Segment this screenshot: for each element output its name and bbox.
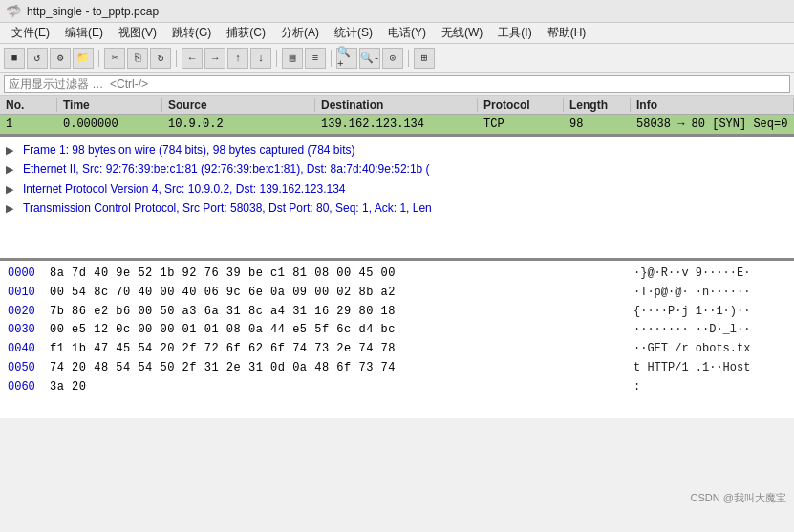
toolbar-back-btn[interactable]: ← xyxy=(182,48,203,69)
toolbar: ■ ↺ ⚙ 📁 ✂ ⎘ ↻ ← → ↑ ↓ ▤ ≡ 🔍+ 🔍- ⊙ ⊞ xyxy=(0,44,794,73)
toolbar-cut-btn[interactable]: ✂ xyxy=(104,48,125,69)
toolbar-grid-btn[interactable]: ⊞ xyxy=(414,48,435,69)
packet-list-header: No. Time Source Destination Protocol Len… xyxy=(0,96,794,115)
col-info: Info xyxy=(631,98,794,112)
detail-panel: ▶ Frame 1: 98 bytes on wire (784 bits), … xyxy=(0,137,794,261)
menu-jump[interactable]: 跳转(G) xyxy=(164,23,219,43)
detail-row-2[interactable]: ▶ Internet Protocol Version 4, Src: 10.9… xyxy=(6,180,788,199)
col-protocol: Protocol xyxy=(478,98,564,112)
hex-bytes-0: 8a 7d 40 9e 52 1b 92 76 39 be c1 81 08 0… xyxy=(50,265,633,284)
hex-row-0: 0000 8a 7d 40 9e 52 1b 92 76 39 be c1 81… xyxy=(8,265,786,284)
row-source: 10.9.0.2 xyxy=(162,117,315,131)
hex-ascii-1: ·T·p@·@· ·n······ xyxy=(633,284,786,303)
toolbar-col2-btn[interactable]: ≡ xyxy=(305,48,326,69)
menu-file[interactable]: 文件(E) xyxy=(4,23,57,43)
app-icon: 🦈 xyxy=(6,4,21,18)
row-no: 1 xyxy=(0,117,57,131)
toolbar-sep-2 xyxy=(176,50,177,67)
hex-ascii-3: ········ ··D·_l·· xyxy=(633,321,786,340)
menu-analyze[interactable]: 分析(A) xyxy=(273,23,327,43)
hex-row-1: 0010 00 54 8c 70 40 00 40 06 9c 6e 0a 09… xyxy=(8,284,786,303)
toolbar-open-btn[interactable]: ↺ xyxy=(27,48,48,69)
col-length: Length xyxy=(564,98,631,112)
toolbar-copy-btn[interactable]: ⎘ xyxy=(127,48,148,69)
detail-arrow-0: ▶ xyxy=(6,141,19,160)
hex-bytes-4: f1 1b 47 45 54 20 2f 72 6f 62 6f 74 73 2… xyxy=(50,340,633,359)
hex-bytes-2: 7b 86 e2 b6 00 50 a3 6a 31 8c a4 31 16 2… xyxy=(50,303,633,322)
menu-bar: 文件(E) 编辑(E) 视图(V) 跳转(G) 捕获(C) 分析(A) 统计(S… xyxy=(0,23,794,44)
detail-arrow-1: ▶ xyxy=(6,160,19,179)
row-destination: 139.162.123.134 xyxy=(315,117,478,131)
hex-bytes-3: 00 e5 12 0c 00 00 01 01 08 0a 44 e5 5f 6… xyxy=(50,321,633,340)
menu-telephone[interactable]: 电话(Y) xyxy=(380,23,434,43)
toolbar-zoomout-btn[interactable]: 🔍- xyxy=(359,48,380,69)
hex-ascii-6: : xyxy=(633,378,786,397)
hex-row-6: 0060 3a 20 : xyxy=(8,378,786,397)
detail-row-1[interactable]: ▶ Ethernet II, Src: 92:76:39:be:c1:81 (9… xyxy=(6,160,788,179)
hex-ascii-4: ··GET /r obots.tx xyxy=(633,340,786,359)
hex-row-3: 0030 00 e5 12 0c 00 00 01 01 08 0a 44 e5… xyxy=(8,321,786,340)
toolbar-folder-btn[interactable]: 📁 xyxy=(73,48,94,69)
packet-row-1[interactable]: 1 0.000000 10.9.0.2 139.162.123.134 TCP … xyxy=(0,115,794,134)
toolbar-zoomin-btn[interactable]: 🔍+ xyxy=(336,48,357,69)
col-time: Time xyxy=(57,98,162,112)
row-protocol: TCP xyxy=(478,117,564,131)
menu-view[interactable]: 视图(V) xyxy=(111,23,164,43)
toolbar-new-btn[interactable]: ■ xyxy=(4,48,25,69)
toolbar-sep-3 xyxy=(276,50,277,67)
toolbar-sep-5 xyxy=(408,50,409,67)
watermark: CSDN @我叫大魔宝 xyxy=(691,491,786,505)
toolbar-fwd-btn[interactable]: → xyxy=(204,48,225,69)
hex-offset-6: 0060 xyxy=(8,378,50,397)
hex-offset-1: 0010 xyxy=(8,284,50,303)
toolbar-sep-1 xyxy=(98,50,99,67)
menu-wireless[interactable]: 无线(W) xyxy=(434,23,490,43)
toolbar-sep-4 xyxy=(331,50,332,67)
hex-ascii-5: t HTTP/1 .1··Host xyxy=(633,359,786,378)
hex-offset-3: 0030 xyxy=(8,321,50,340)
hex-offset-5: 0050 xyxy=(8,359,50,378)
hex-bytes-6: 3a 20 xyxy=(50,378,633,397)
hex-bytes-1: 00 54 8c 70 40 00 40 06 9c 6e 0a 09 00 0… xyxy=(50,284,633,303)
title-text: http_single - to_pptp.pcap xyxy=(27,5,159,18)
detail-text-3: Transmission Control Protocol, Src Port:… xyxy=(23,199,432,218)
hex-offset-4: 0040 xyxy=(8,340,50,359)
row-info: 58038 → 80 [SYN] Seq=0 Win=29200 Len=0 M… xyxy=(631,117,794,131)
hex-row-2: 0020 7b 86 e2 b6 00 50 a3 6a 31 8c a4 31… xyxy=(8,303,786,322)
hex-bytes-5: 74 20 48 54 54 50 2f 31 2e 31 0d 0a 48 6… xyxy=(50,359,633,378)
row-time: 0.000000 xyxy=(57,117,162,131)
hex-ascii-2: {····P·j 1··1·)·· xyxy=(633,303,786,322)
toolbar-down-btn[interactable]: ↓ xyxy=(250,48,271,69)
row-length: 98 xyxy=(564,117,631,131)
hex-row-4: 0040 f1 1b 47 45 54 20 2f 72 6f 62 6f 74… xyxy=(8,340,786,359)
toolbar-col1-btn[interactable]: ▤ xyxy=(282,48,303,69)
filter-input[interactable] xyxy=(4,75,790,93)
filter-bar xyxy=(0,73,794,96)
detail-text-0: Frame 1: 98 bytes on wire (784 bits), 98… xyxy=(23,140,355,160)
col-destination: Destination xyxy=(315,98,478,112)
packet-list: No. Time Source Destination Protocol Len… xyxy=(0,96,794,137)
detail-row-3[interactable]: ▶ Transmission Control Protocol, Src Por… xyxy=(6,199,788,218)
hex-offset-2: 0020 xyxy=(8,303,50,322)
toolbar-settings-btn[interactable]: ⚙ xyxy=(50,48,71,69)
hex-row-5: 0050 74 20 48 54 54 50 2f 31 2e 31 0d 0a… xyxy=(8,359,786,378)
menu-capture[interactable]: 捕获(C) xyxy=(219,23,273,43)
hex-panel: 0000 8a 7d 40 9e 52 1b 92 76 39 be c1 81… xyxy=(0,261,794,418)
title-bar: 🦈 http_single - to_pptp.pcap xyxy=(0,0,794,23)
hex-offset-0: 0000 xyxy=(8,265,50,284)
detail-arrow-3: ▶ xyxy=(6,200,19,218)
menu-stats[interactable]: 统计(S) xyxy=(327,23,380,43)
col-no: No. xyxy=(0,98,57,112)
menu-help[interactable]: 帮助(H) xyxy=(540,23,594,43)
hex-ascii-0: ·}@·R··v 9·····E· xyxy=(633,265,786,284)
toolbar-up-btn[interactable]: ↑ xyxy=(227,48,248,69)
col-source: Source xyxy=(162,98,315,112)
menu-tools[interactable]: 工具(I) xyxy=(490,23,539,43)
toolbar-fit-btn[interactable]: ⊙ xyxy=(382,48,403,69)
detail-arrow-2: ▶ xyxy=(6,181,19,199)
detail-text-1: Ethernet II, Src: 92:76:39:be:c1:81 (92:… xyxy=(23,160,430,179)
detail-text-2: Internet Protocol Version 4, Src: 10.9.0… xyxy=(23,180,346,199)
menu-edit[interactable]: 编辑(E) xyxy=(57,23,111,43)
detail-row-0[interactable]: ▶ Frame 1: 98 bytes on wire (784 bits), … xyxy=(6,140,788,160)
toolbar-refresh-btn[interactable]: ↻ xyxy=(150,48,171,69)
